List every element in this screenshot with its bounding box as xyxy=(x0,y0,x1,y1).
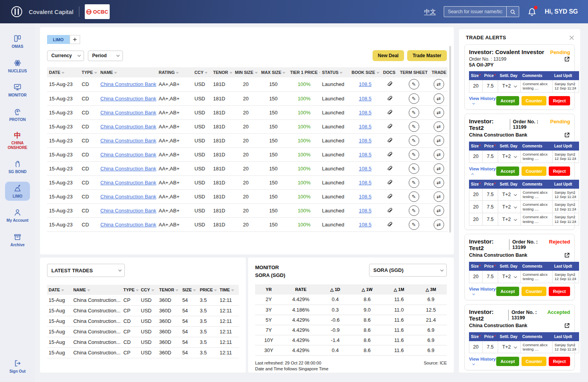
book-size-link[interactable]: 108.5 xyxy=(359,208,372,214)
currency-filter[interactable]: Currency xyxy=(47,51,84,61)
col-min-size[interactable]: MIN SIZE xyxy=(233,67,259,77)
col-size[interactable]: SIZE xyxy=(181,285,198,295)
sidebar-item-proton[interactable]: PROTON xyxy=(5,105,30,124)
col-tier1-price[interactable]: TIER 1 PRICE xyxy=(288,67,320,77)
issuer-name-link[interactable]: China Construction Bank xyxy=(100,166,156,172)
trade-swap-icon[interactable]: ⇄ xyxy=(434,93,444,104)
notifications-button[interactable] xyxy=(527,7,537,17)
add-tab-button[interactable] xyxy=(70,35,80,44)
counter-button[interactable]: Counter xyxy=(522,166,546,176)
term-sheet-edit-icon[interactable]: ✎ xyxy=(409,135,419,146)
sidebar-item-monitor[interactable]: MONITOR xyxy=(5,81,30,100)
col-type[interactable]: TYPE xyxy=(122,285,139,295)
paperclip-icon[interactable] xyxy=(386,123,393,130)
col-status[interactable]: STATUS xyxy=(320,67,350,77)
accept-button[interactable]: Accept xyxy=(496,166,519,176)
counter-button[interactable]: Counter xyxy=(522,357,546,366)
paperclip-icon[interactable] xyxy=(386,179,393,186)
sidebar-item-my-account[interactable]: My Account xyxy=(5,206,30,225)
reject-button[interactable]: Reject xyxy=(549,166,570,176)
col-time[interactable]: TIME xyxy=(218,285,239,295)
term-sheet-edit-icon[interactable]: ✎ xyxy=(409,121,419,132)
deals-scrollbar[interactable] xyxy=(449,46,451,233)
term-sheet-edit-icon[interactable]: ✎ xyxy=(409,219,419,230)
issuer-name-link[interactable]: China Construction Bank xyxy=(100,81,156,87)
paperclip-icon[interactable] xyxy=(386,221,393,228)
trade-swap-icon[interactable]: ⇄ xyxy=(434,219,444,230)
trade-swap-icon[interactable]: ⇄ xyxy=(434,121,444,132)
book-size-link[interactable]: 108.5 xyxy=(359,222,372,228)
sidebar-item-limo[interactable]: LIMO xyxy=(5,182,30,201)
issuer-name-link[interactable]: China Construction Bank xyxy=(100,194,156,200)
view-history-link[interactable]: View History xyxy=(469,96,496,105)
issuer-name-link[interactable]: China Construction Bank xyxy=(100,222,156,228)
reject-button[interactable]: Reject xyxy=(549,357,570,366)
book-size-link[interactable]: 108.5 xyxy=(359,96,372,102)
term-sheet-edit-icon[interactable]: ✎ xyxy=(409,205,419,216)
col-tenor[interactable]: TENOR xyxy=(211,67,233,77)
sidebar-item-sg-bond[interactable]: SG BOND xyxy=(5,157,30,177)
view-history-link[interactable]: View History xyxy=(469,357,496,366)
col-type[interactable]: TYPE xyxy=(80,67,98,77)
col-name[interactable]: NAME xyxy=(72,285,122,295)
book-size-link[interactable]: 108.5 xyxy=(359,194,372,200)
trade-master-button[interactable]: Trade Master xyxy=(407,50,447,61)
trade-swap-icon[interactable]: ⇄ xyxy=(434,135,444,146)
period-filter[interactable]: Period xyxy=(88,51,123,61)
open-order-button[interactable] xyxy=(564,252,570,258)
col-rating[interactable]: RATING xyxy=(157,67,192,77)
trade-swap-icon[interactable]: ⇄ xyxy=(434,163,444,174)
sidebar-item-archive[interactable]: Archive xyxy=(5,230,30,250)
col-date[interactable]: DATE xyxy=(47,285,72,295)
book-size-link[interactable]: 108.5 xyxy=(359,138,372,144)
counter-button[interactable]: Counter xyxy=(522,96,546,105)
paperclip-icon[interactable] xyxy=(386,137,393,144)
reject-button[interactable]: Reject xyxy=(549,287,570,296)
issuer-name-link[interactable]: China Construction Bank xyxy=(100,110,156,116)
settl-day-select[interactable]: T+2 xyxy=(498,213,521,226)
issuer-name-link[interactable]: China Construction Bank xyxy=(100,180,156,186)
sidebar-item-omas[interactable]: OMAS xyxy=(5,32,30,51)
ocbc-logo[interactable]: OCBC xyxy=(85,4,110,19)
sidebar-item-sign-out[interactable]: Sign Out xyxy=(5,357,30,376)
paperclip-icon[interactable] xyxy=(386,207,393,214)
term-sheet-edit-icon[interactable]: ✎ xyxy=(409,93,419,104)
term-sheet-edit-icon[interactable]: ✎ xyxy=(409,163,419,174)
search-input[interactable] xyxy=(444,7,506,17)
issuer-name-link[interactable]: China Construction Bank xyxy=(100,152,156,158)
trade-swap-icon[interactable]: ⇄ xyxy=(434,79,444,89)
reject-button[interactable]: Reject xyxy=(549,96,570,105)
paperclip-icon[interactable] xyxy=(386,193,393,200)
paperclip-icon[interactable] xyxy=(386,109,393,116)
trade-swap-icon[interactable]: ⇄ xyxy=(434,107,444,118)
issuer-name-link[interactable]: China Construction Bank xyxy=(100,124,156,130)
open-order-button[interactable] xyxy=(564,132,570,138)
col-max-size[interactable]: MAX SIZE xyxy=(259,67,288,77)
tab-limo[interactable]: LIMO xyxy=(47,35,70,44)
term-sheet-edit-icon[interactable]: ✎ xyxy=(409,191,419,202)
open-order-button[interactable] xyxy=(564,56,570,62)
search-button[interactable] xyxy=(506,7,519,17)
paperclip-icon[interactable] xyxy=(386,165,393,172)
monitor-index-select[interactable]: SORA (SGD) xyxy=(369,264,447,277)
book-size-link[interactable]: 108.5 xyxy=(359,124,372,130)
issuer-name-link[interactable]: China Construction Bank xyxy=(100,208,156,214)
accept-button[interactable]: Accept xyxy=(496,287,519,296)
col-price[interactable]: PRICE xyxy=(198,285,218,295)
new-deal-button[interactable]: New Deal xyxy=(373,50,404,61)
term-sheet-edit-icon[interactable]: ✎ xyxy=(409,177,419,188)
trade-swap-icon[interactable]: ⇄ xyxy=(434,205,444,216)
issuer-name-link[interactable]: China Construction Bank xyxy=(100,138,156,144)
book-size-link[interactable]: 108.5 xyxy=(359,110,372,116)
trade-swap-icon[interactable]: ⇄ xyxy=(434,191,444,202)
term-sheet-edit-icon[interactable]: ✎ xyxy=(409,149,419,160)
term-sheet-edit-icon[interactable]: ✎ xyxy=(409,79,419,89)
trade-swap-icon[interactable]: ⇄ xyxy=(434,177,444,188)
settl-day-select[interactable]: T+2 xyxy=(498,188,521,201)
view-history-link[interactable]: View History xyxy=(469,287,496,296)
col-ccy[interactable]: CCY xyxy=(192,67,211,77)
paperclip-icon[interactable] xyxy=(386,95,393,102)
book-size-link[interactable]: 108.5 xyxy=(359,180,372,186)
settl-day-select[interactable]: T+2 xyxy=(498,341,521,353)
language-toggle[interactable]: 中文 xyxy=(424,8,436,16)
